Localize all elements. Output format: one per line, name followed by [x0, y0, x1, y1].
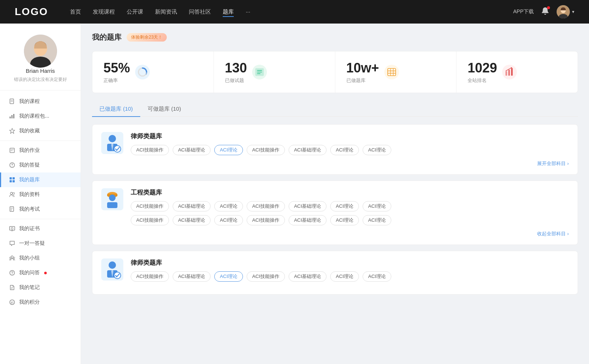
- tab-done-banks[interactable]: 已做题库 (10): [92, 102, 140, 116]
- qbank-tag[interactable]: ACI理论: [330, 145, 359, 155]
- qbank-tags-row2: ACI技能操作 ACI基础理论 ACI理论 ACI技能操作 ACI基础理论 AC…: [131, 215, 569, 225]
- qbank-tag[interactable]: ACI理论: [330, 215, 359, 225]
- qbank-tag[interactable]: ACI理论: [363, 271, 391, 282]
- qbank-tag[interactable]: ACI技能操作: [131, 145, 169, 155]
- svg-rect-11: [11, 115, 13, 118]
- qbank-tag[interactable]: ACI基础理论: [173, 201, 211, 211]
- sidebar-label: 我的积分: [19, 299, 40, 306]
- sidebar-item-qa-mine[interactable]: 我的答疑: [0, 158, 81, 172]
- stat-accuracy-icon: [135, 65, 150, 79]
- svg-rect-29: [10, 226, 15, 230]
- trial-badge: 体验剩余23天！: [127, 33, 167, 42]
- qbank-tag[interactable]: ACI技能操作: [131, 201, 169, 211]
- svg-point-68: [109, 261, 116, 269]
- qbank-tag-selected[interactable]: ACI理论: [214, 271, 243, 282]
- qbank-tag[interactable]: ACI技能操作: [247, 215, 285, 225]
- qbank-tag[interactable]: ACI技能操作: [131, 271, 169, 282]
- sidebar-item-one-on-one[interactable]: 一对一答疑: [0, 236, 81, 251]
- svg-point-18: [12, 166, 12, 167]
- sidebar-item-my-questions[interactable]: 我的问答: [0, 265, 81, 280]
- nav-more[interactable]: ···: [246, 7, 250, 17]
- content-tabs: 已做题库 (10) 可做题库 (10): [92, 102, 578, 117]
- logo[interactable]: LOGO: [15, 6, 48, 18]
- nav-qa[interactable]: 问答社区: [189, 7, 211, 17]
- question-circle-icon: [9, 162, 15, 168]
- stat-banks-done: 10w+ 已做题库: [335, 51, 457, 93]
- qbank-tag[interactable]: ACI基础理论: [173, 271, 211, 282]
- qbank-footer-2: 收起全部科目 ›: [101, 231, 569, 237]
- stat-rank-text: 1029 全站排名: [468, 60, 497, 84]
- app-download-link[interactable]: APP下载: [513, 8, 534, 15]
- qbank-tag[interactable]: ACI理论: [214, 201, 243, 211]
- expand-button-1[interactable]: 展开全部科目 ›: [537, 160, 569, 167]
- qbank-tags-3: ACI技能操作 ACI基础理论 ACI理论 ACI技能操作 ACI基础理论 AC…: [131, 271, 569, 282]
- sidebar-item-certificate[interactable]: 我的证书: [0, 221, 81, 236]
- nav-discover[interactable]: 发现课程: [93, 7, 115, 17]
- svg-rect-52: [506, 71, 507, 76]
- nav-home[interactable]: 首页: [70, 7, 81, 17]
- qbank-info: 律师类题库 ACI技能操作 ACI基础理论 ACI理论 ACI技能操作 ACI基…: [131, 132, 569, 155]
- note-icon: [9, 284, 15, 291]
- sidebar-label: 我的课程: [19, 98, 40, 105]
- nav-news[interactable]: 新闻资讯: [155, 7, 177, 17]
- svg-rect-10: [10, 117, 11, 118]
- qbank-tag[interactable]: ACI理论: [330, 271, 359, 282]
- sidebar-item-my-data[interactable]: 我的资料: [0, 187, 81, 202]
- qbank-tag[interactable]: ACI技能操作: [247, 145, 285, 155]
- sidebar-label: 我的课程包...: [19, 113, 49, 119]
- notification-dot: [547, 6, 550, 9]
- notification-bell[interactable]: [541, 7, 549, 17]
- qbank-tag[interactable]: ACI技能操作: [247, 271, 285, 282]
- sidebar-item-notes[interactable]: 我的笔记: [0, 280, 81, 295]
- sidebar-item-course-pack[interactable]: 我的课程包...: [0, 109, 81, 124]
- sidebar-item-favorites[interactable]: 我的收藏: [0, 124, 81, 138]
- svg-rect-21: [10, 180, 12, 182]
- qbank-tag[interactable]: ACI技能操作: [247, 201, 285, 211]
- nav-question-bank[interactable]: 题库: [223, 7, 234, 17]
- stat-accuracy-value: 55%: [103, 60, 130, 76]
- sidebar-item-my-courses[interactable]: 我的课程: [0, 94, 81, 109]
- sidebar-item-question-bank[interactable]: 我的题库: [0, 172, 81, 187]
- sidebar-item-exams[interactable]: 我的考试: [0, 202, 81, 217]
- sidebar-item-points[interactable]: 积 我的积分: [0, 295, 81, 310]
- qbank-info: 工程类题库 ACI技能操作 ACI基础理论 ACI理论 ACI技能操作 ACI基…: [131, 188, 569, 225]
- qbank-tag[interactable]: ACI基础理论: [289, 145, 327, 155]
- collapse-button[interactable]: 收起全部科目 ›: [537, 231, 569, 237]
- engineer-icon: [101, 188, 123, 210]
- lawyer-icon: [101, 132, 123, 154]
- sidebar-label: 我的考试: [19, 206, 40, 213]
- qbank-tag[interactable]: ACI理论: [363, 201, 391, 211]
- stat-questions-done-text: 130 已做试题: [225, 60, 247, 84]
- nav-open-course[interactable]: 公开课: [127, 7, 143, 17]
- qbank-title-1: 律师类题库: [131, 132, 569, 140]
- sidebar-label: 我的答疑: [19, 162, 40, 168]
- lawyer-icon-3: [101, 258, 123, 281]
- stat-accuracy-label: 正确率: [103, 77, 130, 84]
- sidebar-item-homework[interactable]: 我的作业: [0, 143, 81, 158]
- star-icon: [9, 128, 15, 134]
- qbank-header: 律师类题库 ACI技能操作 ACI基础理论 ACI理论 ACI技能操作 ACI基…: [101, 258, 569, 282]
- sidebar-item-group[interactable]: 我的小组: [0, 251, 81, 265]
- qbank-tag[interactable]: ACI理论: [214, 215, 243, 225]
- tab-available-banks[interactable]: 可做题库 (10): [140, 102, 188, 116]
- stat-rank: 1029 全站排名: [456, 51, 578, 93]
- user-avatar-area[interactable]: ▾: [557, 5, 574, 18]
- qbank-tag[interactable]: ACI基础理论: [289, 201, 327, 211]
- qbank-tag[interactable]: ACI基础理论: [173, 215, 211, 225]
- stat-rank-label: 全站排名: [468, 77, 497, 84]
- stat-questions-done-icon: [252, 65, 267, 79]
- qbank-tag-selected[interactable]: ACI理论: [214, 145, 243, 155]
- qbank-tag[interactable]: ACI理论: [363, 215, 391, 225]
- qbank-tag[interactable]: ACI理论: [363, 145, 391, 155]
- svg-point-33: [11, 256, 13, 258]
- qbank-tag[interactable]: ACI理论: [330, 201, 359, 211]
- qbank-tag[interactable]: ACI技能操作: [131, 215, 169, 225]
- stat-questions-done-label: 已做试题: [225, 77, 247, 84]
- qbank-tag[interactable]: ACI基础理论: [173, 145, 211, 155]
- svg-point-37: [12, 274, 12, 274]
- navbar: LOGO 首页 发现课程 公开课 新闻资讯 问答社区 题库 ··· APP下载: [0, 0, 589, 24]
- qbank-tag[interactable]: ACI基础理论: [289, 215, 327, 225]
- people-icon: [9, 191, 15, 198]
- qbank-tag[interactable]: ACI基础理论: [289, 271, 327, 282]
- score-icon: 积: [9, 299, 15, 306]
